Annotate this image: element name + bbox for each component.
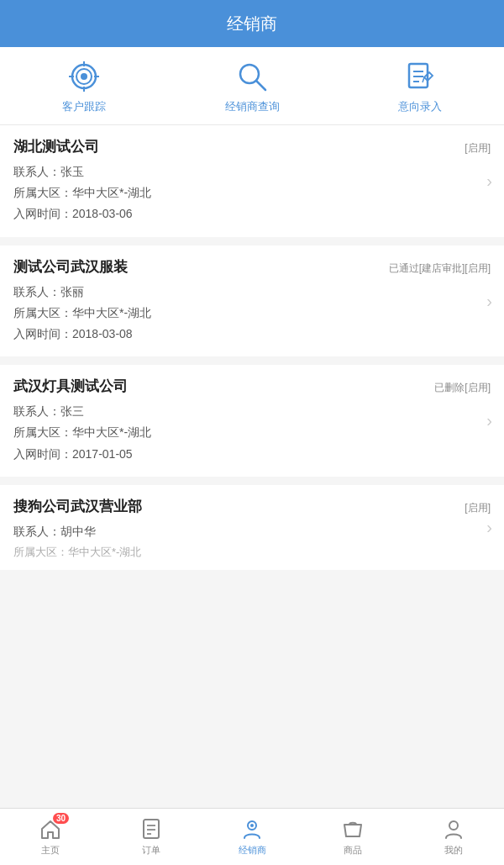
chevron-icon-2: › [486,411,492,430]
svg-rect-14 [144,820,159,838]
nav-tab-label-intent-entry: 意向录入 [398,99,442,114]
search-icon [234,59,270,94]
dealer-item-2[interactable]: 武汉灯具测试公司 已删除[启用] 联系人：张三 所属大区：华中大区*-湖北 入网… [0,365,504,477]
header-title: 经销商 [227,13,277,35]
user-icon [442,817,465,841]
svg-point-2 [81,73,87,80]
chevron-icon-0: › [486,171,492,191]
svg-point-21 [449,821,458,830]
svg-line-8 [256,81,265,90]
join-date-2: 入网时间：2017-01-05 [13,444,491,465]
nav-tab-dealer-search[interactable]: 经销商查询 [168,59,336,114]
company-name-0: 湖北测试公司 [13,137,99,156]
dealer-detail-1: 联系人：张丽 所属大区：华中大区*-湖北 入网时间：2018-03-08 [13,282,491,345]
status-tags-2: 已删除[启用] [434,381,491,395]
target-icon [66,59,102,94]
dealer-item-0[interactable]: 湖北测试公司 [启用] 联系人：张玉 所属大区：华中大区*-湖北 入网时间：20… [0,125,504,237]
contact-0: 联系人：张玉 [13,161,491,182]
company-name-1: 测试公司武汉服装 [13,257,128,277]
status-tags-1: 已通过[建店审批][启用] [389,261,491,276]
bottom-tab-label-products: 商品 [344,844,362,857]
contact-3: 联系人：胡中华 [13,521,491,542]
join-date-1: 入网时间：2018-03-08 [13,324,491,345]
region-1: 所属大区：华中大区*-湖北 [13,303,491,324]
nav-tab-customer-track[interactable]: 客户跟踪 [0,59,168,114]
nav-tab-label-dealer-search: 经销商查询 [225,99,280,114]
company-name-3: 搜狗公司武汉营业部 [13,497,142,516]
status-tags-0: [启用] [465,141,491,156]
home-badge: 30 [53,813,69,824]
dealer-item-1[interactable]: 测试公司武汉服装 已通过[建店审批][启用] 联系人：张丽 所属大区：华中大区*… [0,245,504,357]
order-icon [139,817,163,841]
bottom-tab-orders[interactable]: 订单 [101,817,202,857]
home-icon: 30 [39,817,62,841]
region-3: 所属大区：华中大区*-湖北 [13,542,491,562]
svg-line-13 [423,77,424,82]
bottom-tab-products[interactable]: 商品 [302,817,403,857]
chevron-icon-1: › [486,291,492,310]
dealer-list: 湖北测试公司 [启用] 联系人：张玉 所属大区：华中大区*-湖北 入网时间：20… [0,125,504,808]
edit-icon [402,59,438,94]
contact-1: 联系人：张丽 [13,282,491,303]
contact-2: 联系人：张三 [13,401,491,422]
nav-tab-label-customer-track: 客户跟踪 [62,99,106,114]
dealer-detail-0: 联系人：张玉 所属大区：华中大区*-湖北 入网时间：2018-03-06 [13,161,491,225]
bottom-tab-bar: 30 主页 订单 经销商 [0,808,504,865]
dealer-icon [240,817,264,841]
bottom-tab-label-home: 主页 [41,844,60,857]
shop-icon [341,817,365,841]
region-0: 所属大区：华中大区*-湖北 [13,182,491,203]
bottom-tab-home[interactable]: 30 主页 [0,817,101,857]
header: 经销商 [0,0,504,47]
join-date-0: 入网时间：2018-03-06 [13,203,491,224]
dealer-detail-3: 联系人：胡中华 所属大区：华中大区*-湖北 [13,521,491,562]
status-tags-3: [启用] [465,501,491,515]
dealer-detail-2: 联系人：张三 所属大区：华中大区*-湖北 入网时间：2017-01-05 [13,401,491,465]
chevron-icon-3: › [486,518,492,537]
svg-point-19 [250,824,254,827]
bottom-tab-mine[interactable]: 我的 [403,817,504,857]
nav-tab-intent-entry[interactable]: 意向录入 [336,59,504,114]
bottom-tab-dealers[interactable]: 经销商 [202,817,302,857]
bottom-tab-label-dealers: 经销商 [239,844,266,857]
nav-tabs: 客户跟踪 经销商查询 意向录入 [0,47,504,125]
bottom-tab-label-mine: 我的 [444,844,463,857]
bottom-tab-label-orders: 订单 [142,844,160,857]
company-name-2: 武汉灯具测试公司 [13,377,128,396]
dealer-item-3[interactable]: 搜狗公司武汉营业部 [启用] 联系人：胡中华 所属大区：华中大区*-湖北 › [0,485,504,571]
region-2: 所属大区：华中大区*-湖北 [13,422,491,443]
